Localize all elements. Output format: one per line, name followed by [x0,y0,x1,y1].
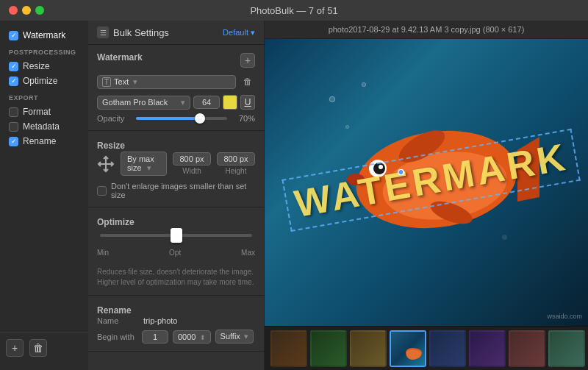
thumbnail-3[interactable] [350,330,387,367]
document-icon: ☰ [100,29,107,37]
name-value: trip-photo [143,316,177,325]
font-size-input[interactable]: 64 [193,96,220,109]
format-checkbox[interactable] [9,107,18,117]
opacity-value: 70% [233,114,255,123]
optimize-checkbox[interactable] [9,77,18,86]
image-preview-panel: photo2017-08-29 at 9.42.13 AM 3 copy.jpg… [265,21,588,370]
underline-button[interactable]: U [240,95,255,110]
metadata-checkbox[interactable] [9,122,18,132]
thumbnail-4[interactable] [390,330,426,367]
sidebar-item-rename[interactable]: Rename [0,134,88,149]
site-watermark: wsaido.com [547,313,582,320]
opacity-slider[interactable] [136,117,227,120]
width-group: 800 px Width [173,152,211,175]
rename-section-title: Rename [97,305,132,316]
rename-section: Rename Name trip-photo Begin with 1 0000… [88,296,264,352]
format-value: 0000 [178,332,196,341]
optimize-slider-container: Min Opt Max [97,228,255,263]
optimize-slider[interactable] [100,234,252,237]
watermark-section: Watermark + T Text ▾ 🗑 Gotham Pro Black [88,45,264,131]
resize-checkbox[interactable] [9,62,18,71]
thumbnail-7[interactable] [509,330,545,367]
dont-enlarge-row: Don't enlarge images smaller than set si… [97,182,255,199]
opacity-label: Opacity [97,114,130,123]
maximize-button[interactable] [35,6,44,15]
optimize-opt-label: Opt [169,249,181,257]
chevron-down-icon: ▾ [133,77,137,87]
thumbnail-8[interactable] [548,330,585,367]
sidebar-item-resize-label: Resize [23,61,50,71]
thumbnail-6[interactable] [469,330,506,367]
resize-dims: 800 px Width 800 px Height [173,152,255,175]
height-group: 800 px Height [217,152,255,175]
add-item-button[interactable]: + [6,339,24,357]
watermark-checkbox[interactable] [9,31,18,40]
width-value: 800 px [179,154,204,163]
resize-row: By max size ▾ 800 px Width 800 px H [97,152,255,176]
opacity-row: Opacity 70% [97,114,255,123]
rename-begin-row: Begin with 1 0000 ⬍ Suffix ▾ [97,330,255,344]
begin-value-input[interactable]: 1 [142,330,168,344]
sidebar-item-watermark-label: Watermark [23,30,65,40]
optimize-section-title: Optimize [97,217,135,227]
add-icon: + [245,54,251,66]
delete-watermark-button[interactable]: 🗑 [240,74,255,89]
thumbnail-5[interactable] [429,330,466,367]
sidebar-item-resize[interactable]: Resize [0,59,88,74]
titlebar: PhotoBulk — 7 of 51 [0,0,588,21]
resize-mode-select[interactable]: By max size ▾ [121,152,167,176]
optimize-labels: Min Opt Max [97,249,255,257]
stepper-icon: ⬍ [200,334,206,341]
watermark-section-title: Watermark [97,52,143,63]
optimize-section: Optimize Min Opt Max Reduces file size, … [88,207,264,296]
optimize-description: Reduces file size, doesn't deteriorate t… [97,267,255,288]
watermark-type-row: T Text ▾ 🗑 [97,74,255,89]
resize-icon [97,154,115,174]
sidebar-item-rename-label: Rename [23,136,56,146]
sidebar-item-watermark[interactable]: Watermark [0,28,88,43]
optimize-desc-line2: Higher level of optimization may take mo… [97,277,255,288]
default-button[interactable]: Default ▾ [223,28,255,38]
thumbnail-1[interactable] [270,330,307,367]
panel-title: ☰ Bulk Settings [97,26,169,38]
watermark-type-select[interactable]: T Text ▾ [97,75,236,89]
sidebar-item-format-label: Format [23,107,51,117]
add-watermark-button[interactable]: + [240,53,255,68]
minimize-button[interactable] [22,6,31,15]
image-filename: photo2017-08-29 at 9.42.13 AM 3 copy.jpg… [265,21,588,39]
thumbnail-2[interactable] [310,330,347,367]
rename-name-row: Name trip-photo [97,316,255,325]
window-title: PhotoBulk — 7 of 51 [250,5,337,16]
sidebar: Watermark POSTPROCESSING Resize Optimize… [0,21,88,370]
image-preview: WATERMARK [265,39,588,326]
trash-icon: 🗑 [33,342,43,354]
wm-handle-mr[interactable] [398,168,404,175]
optimize-thumb[interactable] [171,228,182,243]
rename-format-select[interactable]: 0000 ⬍ [173,330,211,344]
optimize-max-label: Max [241,249,255,257]
underline-icon: U [245,97,251,107]
delete-item-button[interactable]: 🗑 [29,339,47,357]
dont-enlarge-checkbox[interactable] [97,186,107,196]
close-button[interactable] [9,6,18,15]
settings-panel: ☰ Bulk Settings Default ▾ Watermark + T … [88,21,265,370]
resize-section: Resize By max size ▾ [88,131,264,207]
sidebar-item-metadata[interactable]: Metadata [0,119,88,134]
width-input[interactable]: 800 px [173,152,211,166]
panel-header: ☰ Bulk Settings Default ▾ [88,21,264,45]
panel-title-text: Bulk Settings [113,27,169,38]
sidebar-item-metadata-label: Metadata [23,121,60,132]
rename-checkbox[interactable] [9,137,18,146]
font-name: Gotham Pro Black [102,98,168,107]
font-select[interactable]: Gotham Pro Black ▾ [97,96,190,110]
color-picker[interactable] [223,95,237,110]
sidebar-item-format[interactable]: Format [0,104,88,119]
height-input[interactable]: 800 px [217,152,255,166]
resize-section-title: Resize [97,140,125,151]
font-size-value: 64 [202,98,211,107]
rename-suffix-select[interactable]: Suffix ▾ [215,330,254,344]
sidebar-item-optimize[interactable]: Optimize [0,74,88,88]
panel-icon: ☰ [97,26,109,38]
optimize-min-label: Min [97,249,109,257]
width-label: Width [182,167,201,175]
